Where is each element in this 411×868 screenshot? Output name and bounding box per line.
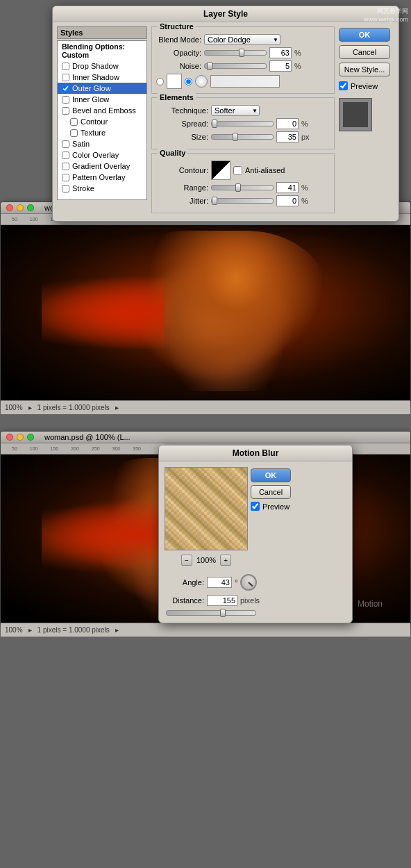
drop-shadow-checkbox[interactable]	[62, 63, 69, 70]
blend-mode-select-wrap[interactable]: Color Dodge	[204, 34, 280, 45]
styles-panel: Styles Blending Options: Custom Drop Sha…	[57, 26, 147, 217]
contour-label: Contour:	[156, 166, 208, 174]
styles-item-pattern-overlay[interactable]: Pattern Overlay	[58, 172, 146, 183]
distance-thumb[interactable]	[220, 609, 226, 617]
opacity-input[interactable]	[269, 47, 292, 58]
close-button-1[interactable]	[6, 204, 13, 211]
size-input[interactable]	[276, 131, 299, 142]
gradient-radio[interactable]	[156, 78, 164, 85]
outer-glow-checkbox[interactable]	[62, 85, 69, 92]
range-label: Range:	[156, 183, 208, 192]
technique-label: Technique:	[156, 106, 208, 115]
jitter-label: Jitter:	[156, 197, 208, 205]
solid-color-radio[interactable]	[185, 78, 192, 85]
technique-select[interactable]: Softer	[211, 105, 260, 116]
blend-mode-select[interactable]: Color Dodge	[204, 34, 280, 45]
inner-shadow-checkbox[interactable]	[62, 74, 69, 81]
anti-aliased-label: Anti-aliased	[245, 166, 285, 174]
angle-dial[interactable]	[240, 574, 257, 591]
jitter-input[interactable]	[276, 195, 299, 206]
styles-item-contour[interactable]: Contour	[58, 116, 146, 127]
close-button-2[interactable]	[6, 434, 13, 441]
inner-glow-checkbox[interactable]	[62, 96, 69, 104]
styles-item-color-overlay[interactable]: Color Overlay	[58, 149, 146, 161]
stroke-checkbox[interactable]	[62, 185, 69, 193]
bevel-emboss-checkbox[interactable]	[62, 107, 69, 115]
technique-select-wrap[interactable]: Softer	[211, 105, 260, 116]
spread-slider[interactable]	[211, 121, 274, 126]
main-settings: Structure Blend Mode: Color Dodge Opacit…	[151, 26, 335, 217]
minimize-button-2[interactable]	[17, 434, 24, 441]
range-thumb[interactable]	[235, 183, 241, 192]
color-overlay-checkbox[interactable]	[62, 152, 69, 159]
mb-cancel-button[interactable]: Cancel	[251, 485, 291, 499]
noise-thumb[interactable]	[207, 62, 212, 70]
zoom-plus-button[interactable]: +	[220, 555, 231, 566]
ok-button[interactable]: OK	[339, 28, 390, 42]
size-thumb[interactable]	[233, 133, 238, 141]
distance-input[interactable]	[207, 595, 237, 606]
size-slider[interactable]	[211, 134, 274, 140]
new-style-button[interactable]: New Style...	[339, 63, 390, 76]
styles-item-outer-glow[interactable]: Outer Glow	[58, 83, 146, 94]
contour-thumbnail[interactable]	[211, 161, 230, 180]
watermark: 网页教学网 www.webjx.com	[364, 7, 408, 23]
styles-item-bevel-emboss[interactable]: Bevel and Emboss	[58, 105, 146, 116]
spread-thumb[interactable]	[212, 120, 217, 128]
mb-ok-button[interactable]: OK	[251, 468, 291, 482]
pattern-overlay-checkbox[interactable]	[62, 174, 69, 181]
woman-canvas-1	[1, 225, 410, 400]
color-square[interactable]	[167, 74, 182, 89]
minimize-button-1[interactable]	[17, 204, 24, 211]
opacity-slider[interactable]	[204, 50, 267, 56]
maximize-button-1[interactable]	[27, 204, 34, 211]
styles-item-gradient-overlay[interactable]: Gradient Overlay	[58, 161, 146, 172]
mb-preview-image	[165, 467, 248, 550]
styles-item-blending[interactable]: Blending Options: Custom	[58, 41, 146, 60]
degree-symbol: °	[235, 578, 237, 587]
noise-input[interactable]	[269, 60, 292, 72]
distance-slider[interactable]	[166, 610, 256, 616]
jitter-slider[interactable]	[211, 198, 274, 204]
styles-item-satin[interactable]: Satin	[58, 138, 146, 149]
distance-unit: pixels	[240, 596, 260, 605]
preview-checkbox[interactable]	[339, 81, 348, 90]
technique-row: Technique: Softer	[156, 105, 330, 116]
styles-item-drop-shadow[interactable]: Drop Shadow	[58, 60, 146, 72]
styles-item-inner-shadow[interactable]: Inner Shadow	[58, 72, 146, 83]
color-circle[interactable]	[195, 75, 208, 88]
jitter-thumb[interactable]	[212, 197, 217, 205]
window1-main: 50 100 150 200 250 300 350	[1, 214, 410, 414]
cancel-button[interactable]: Cancel	[339, 45, 390, 59]
color-row	[156, 74, 330, 89]
range-input[interactable]	[276, 182, 299, 193]
canvas-area-1	[1, 225, 410, 400]
styles-item-texture[interactable]: Texture	[58, 127, 146, 138]
color-box[interactable]	[210, 75, 280, 88]
gradient-overlay-checkbox[interactable]	[62, 163, 69, 170]
range-slider[interactable]	[211, 185, 274, 190]
zoom-minus-button[interactable]: −	[181, 555, 192, 566]
opacity-label: Opacity:	[156, 49, 201, 57]
swatch-inner	[343, 102, 368, 127]
structure-label: Structure	[158, 22, 196, 31]
distance-label: Distance:	[166, 596, 204, 605]
angle-row: Angle: °	[166, 574, 345, 591]
angle-input[interactable]	[207, 577, 232, 588]
styles-header: Styles	[57, 26, 147, 39]
mb-preview-checkbox[interactable]	[251, 502, 260, 511]
mb-preview-label: Preview	[262, 502, 290, 511]
quality-label: Quality	[158, 149, 187, 157]
styles-item-inner-glow[interactable]: Inner Glow	[58, 94, 146, 105]
opacity-thumb[interactable]	[239, 49, 244, 57]
satin-checkbox[interactable]	[62, 140, 69, 148]
spread-input[interactable]	[276, 118, 299, 129]
anti-aliased-checkbox[interactable]	[233, 166, 242, 175]
range-row: Range: %	[156, 182, 330, 193]
styles-item-stroke[interactable]: Stroke	[58, 183, 146, 194]
structure-section: Structure Blend Mode: Color Dodge Opacit…	[151, 26, 335, 94]
maximize-button-2[interactable]	[27, 434, 34, 441]
noise-slider[interactable]	[204, 63, 267, 69]
contour-checkbox[interactable]	[70, 118, 78, 126]
texture-checkbox[interactable]	[70, 129, 78, 137]
